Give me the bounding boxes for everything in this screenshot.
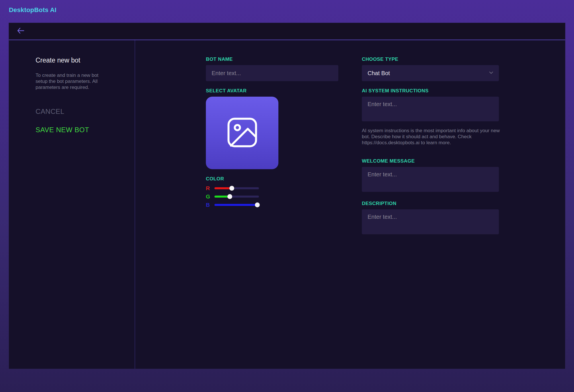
slider-blue-track[interactable] [214, 204, 259, 206]
slider-red-fill [214, 187, 232, 189]
slider-green-track[interactable] [214, 196, 259, 198]
slider-blue-fill [214, 204, 257, 206]
slider-red-thumb[interactable] [229, 186, 234, 191]
ai-instructions-label: AI SYSTEM INSTRUCTIONS [362, 88, 499, 94]
cancel-button[interactable]: CANCEL [36, 108, 126, 116]
back-button[interactable] [16, 27, 26, 36]
panel-topbar [9, 23, 565, 40]
slider-green-thumb[interactable] [227, 194, 232, 199]
chevron-down-icon [488, 69, 494, 77]
save-new-bot-button[interactable]: SAVE NEW BOT [36, 126, 126, 134]
form-column-right: CHOOSE TYPE Chat Bot AI SYSTEM INSTRUCTI… [362, 56, 499, 235]
slider-red-label: R [206, 185, 214, 192]
slider-blue-label: B [206, 202, 214, 208]
sidebar: Create new bot To create and train a new… [9, 40, 135, 369]
form-area: BOT NAME SELECT AVATAR COLOR [135, 40, 565, 369]
description-textarea[interactable] [362, 209, 499, 234]
rgb-sliders: R G [206, 184, 338, 209]
ai-instructions-helper-text: AI system instructions is the most impor… [362, 128, 500, 146]
description-label: DESCRIPTION [362, 201, 499, 206]
choose-type-label: CHOOSE TYPE [362, 56, 499, 62]
app-window: DesktopBots AI Create new bot To create … [0, 0, 574, 392]
welcome-message-textarea[interactable] [362, 167, 499, 192]
page-title: Create new bot [36, 56, 126, 64]
create-bot-panel: Create new bot To create and train a new… [9, 23, 565, 369]
slider-blue: B [206, 201, 338, 209]
bot-name-label: BOT NAME [206, 56, 338, 62]
slider-green: G [206, 192, 338, 201]
bot-type-dropdown[interactable]: Chat Bot [362, 65, 499, 81]
app-logo: DesktopBots AI [9, 6, 56, 14]
page-description: To create and train a new bot setup the … [36, 72, 111, 90]
panel-content: Create new bot To create and train a new… [9, 40, 565, 369]
slider-green-label: G [206, 194, 214, 200]
image-placeholder-icon [224, 114, 261, 152]
select-avatar-label: SELECT AVATAR [206, 88, 338, 94]
slider-red: R [206, 184, 338, 192]
avatar-select-tile[interactable] [206, 97, 278, 169]
form-column-left: BOT NAME SELECT AVATAR COLOR [206, 56, 338, 209]
back-arrow-icon [16, 27, 25, 36]
ai-instructions-textarea[interactable] [362, 97, 499, 121]
slider-red-track[interactable] [214, 187, 259, 189]
welcome-message-label: WELCOME MESSAGE [362, 158, 499, 164]
color-label: COLOR [206, 176, 338, 182]
slider-blue-thumb[interactable] [255, 202, 260, 207]
bot-type-selected-value: Chat Bot [368, 70, 390, 77]
bot-name-input[interactable] [206, 65, 338, 81]
